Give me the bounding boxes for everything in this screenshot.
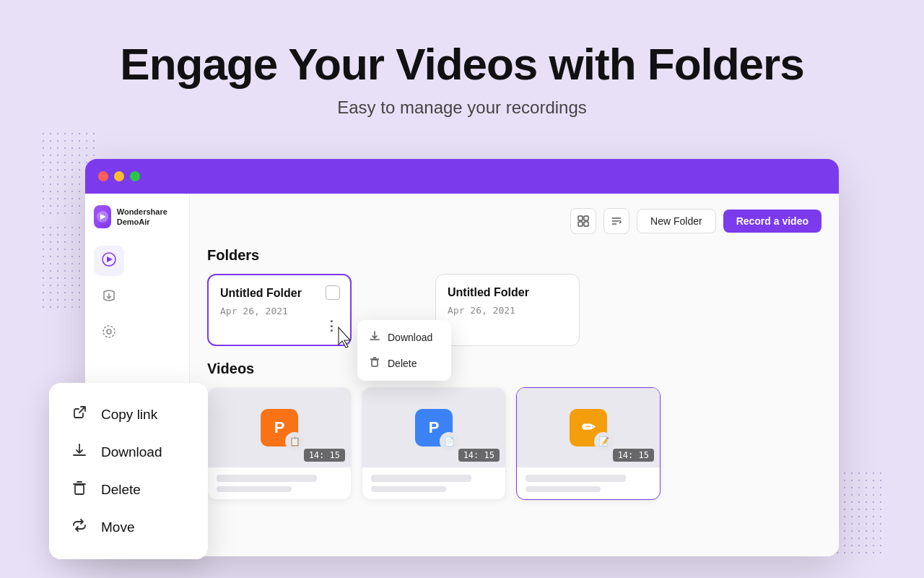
videos-grid: P 📋 14: 15 P [207, 387, 821, 500]
video-subtitle-bar-2 [371, 486, 446, 492]
record-video-button[interactable]: Record a video [723, 210, 821, 233]
top-bar: New Folder Record a video [207, 208, 821, 234]
download-label-left: Download [101, 444, 162, 460]
svg-rect-7 [584, 216, 588, 220]
hero-section: Engage Your Videos with Folders Easy to … [0, 0, 924, 118]
video-thumbnail-2: P 📄 14: 15 [362, 388, 505, 467]
video-thumbnail-3: ✏ 📝 14: 15 [517, 388, 660, 467]
folder-title-2: Untitled Folder [448, 286, 567, 299]
copy-link-icon [69, 405, 90, 425]
video-subtitle-bar-3 [526, 486, 601, 492]
video-info-2 [362, 467, 505, 499]
video-secondary-icon-3: 📝 [594, 432, 613, 451]
folder-date-1: Apr 26, 2021 [220, 306, 339, 316]
video-duration-2: 14: 15 [458, 449, 500, 462]
sidebar-logo: Wondershare DemoAir [94, 205, 180, 228]
videos-section-title: Videos [207, 361, 821, 377]
left-context-menu: Copy link Download Delete Move [49, 383, 208, 559]
inbox-icon [101, 288, 117, 307]
left-menu-download[interactable]: Download [49, 434, 208, 471]
main-content: New Folder Record a video Folders Untitl… [190, 194, 839, 556]
copy-link-label: Copy link [101, 407, 157, 423]
download-icon-left [69, 442, 90, 462]
video-secondary-icon-1: 📋 [285, 432, 304, 451]
traffic-light-green[interactable] [130, 171, 140, 181]
svg-rect-9 [584, 222, 588, 226]
video-app-icon-2: P 📄 [415, 409, 453, 447]
folder-context-menu: Download Delete [357, 320, 451, 381]
video-title-bar-1 [217, 475, 317, 482]
folder-card-2[interactable]: Untitled Folder Apr 26, 2021 [435, 274, 580, 346]
context-download-item[interactable]: Download [357, 324, 451, 350]
delete-label-left: Delete [101, 482, 141, 498]
video-title-bar-2 [371, 475, 471, 482]
logo-icon [94, 205, 111, 228]
folder-card-1[interactable]: Untitled Folder Apr 26, 2021 ⋮ [207, 274, 352, 346]
video-secondary-icon-2: 📄 [440, 432, 458, 451]
svg-point-5 [103, 326, 115, 337]
hero-title: Engage Your Videos with Folders [0, 40, 924, 89]
folders-grid: Untitled Folder Apr 26, 2021 ⋮ [207, 274, 821, 346]
svg-point-4 [107, 329, 111, 334]
svg-rect-6 [578, 216, 583, 220]
sidebar-item-inbox[interactable] [94, 282, 124, 312]
sort-button[interactable] [603, 208, 629, 234]
svg-rect-16 [75, 485, 84, 494]
move-icon-left [69, 517, 90, 538]
video-card-2[interactable]: P 📄 14: 15 [362, 387, 506, 500]
context-delete-item[interactable]: Delete [357, 350, 451, 376]
video-card-3[interactable]: ✓ ✏ 📝 14: 15 [516, 387, 661, 500]
video-info-1 [208, 467, 351, 499]
context-delete-label: Delete [388, 358, 417, 369]
svg-marker-3 [107, 256, 113, 262]
video-app-icon-1: P 📋 [261, 409, 298, 447]
video-app-icon-3: ✏ 📝 [570, 409, 607, 447]
video-title-bar-3 [526, 475, 626, 482]
traffic-light-yellow[interactable] [114, 171, 124, 181]
folder-menu-button-1[interactable]: ⋮ [323, 317, 340, 335]
folder-date-2: Apr 26, 2021 [448, 305, 567, 316]
folders-section-title: Folders [207, 247, 821, 264]
grid-view-button[interactable] [570, 208, 596, 234]
settings-icon [101, 324, 117, 343]
logo-text: Wondershare DemoAir [117, 207, 180, 228]
left-menu-copy-link[interactable]: Copy link [49, 396, 208, 434]
video-card-1[interactable]: P 📋 14: 15 [207, 387, 352, 500]
video-thumbnail-1: P 📋 14: 15 [208, 388, 351, 467]
sidebar-item-play[interactable] [94, 246, 124, 276]
move-label-left: Move [101, 519, 134, 535]
folder-title-1: Untitled Folder [220, 287, 339, 300]
play-icon [101, 251, 117, 271]
svg-rect-13 [372, 360, 378, 366]
left-menu-move[interactable]: Move [49, 509, 208, 546]
hero-subtitle: Easy to manage your recordings [0, 98, 924, 118]
title-bar [85, 159, 839, 194]
video-duration-3: 14: 15 [613, 449, 654, 462]
svg-rect-8 [578, 222, 583, 226]
delete-icon-left [69, 480, 90, 500]
left-menu-delete[interactable]: Delete [49, 471, 208, 509]
context-download-label: Download [388, 332, 432, 343]
traffic-light-red[interactable] [98, 171, 108, 181]
download-icon [369, 330, 380, 345]
sidebar-item-settings[interactable] [94, 318, 124, 348]
delete-icon [369, 356, 380, 371]
video-duration-1: 14: 15 [304, 449, 345, 462]
folder-checkbox-1[interactable] [326, 285, 340, 300]
video-subtitle-bar-1 [217, 486, 292, 492]
video-info-3 [517, 467, 660, 499]
new-folder-button[interactable]: New Folder [637, 209, 716, 233]
